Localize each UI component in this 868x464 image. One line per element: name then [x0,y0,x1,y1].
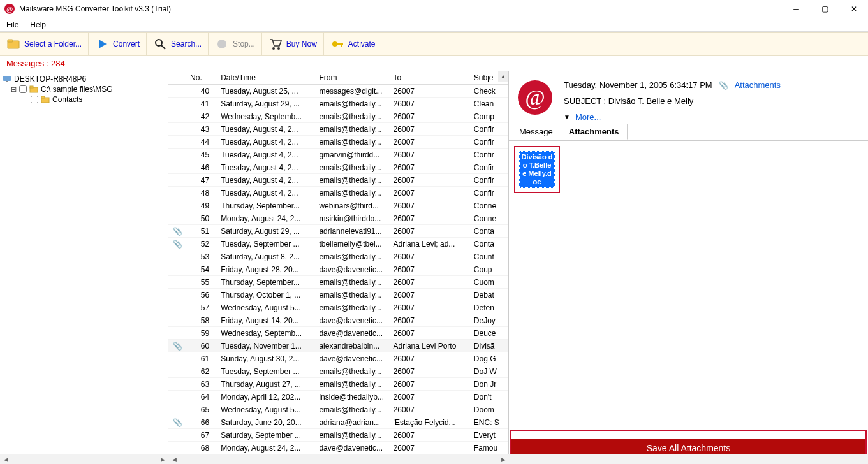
chevron-down-icon[interactable]: ▼ [564,113,570,120]
stop-button[interactable]: Stop... [209,33,262,55]
tab-message[interactable]: Message [511,124,561,140]
table-row[interactable]: 65Wednesday, August 5...emails@thedaily.… [168,403,508,416]
table-row[interactable]: 62Tuesday, September ...emails@thedaily.… [168,365,508,378]
from-cell: emails@thedaily... [315,289,389,301]
subject-cell: Confir [470,187,508,199]
activate-button[interactable]: Activate [324,33,382,55]
close-button[interactable]: ✕ [839,0,868,18]
col-attachment[interactable] [168,71,186,85]
to-cell: 26007 [390,391,470,403]
table-row[interactable]: 67Saturday, September ...emails@thedaily… [168,429,508,442]
message-table: No. Date/Time From To Subje 40Tuesday, A… [168,71,508,454]
table-row[interactable]: 44Tuesday, August 4, 2...emails@thedaily… [168,136,508,149]
subject-cell: Dog G [470,352,508,365]
col-no[interactable]: No. [186,71,217,85]
no-cell: 58 [186,314,217,327]
scroll-left-button[interactable]: ◀ [168,454,180,464]
table-row[interactable]: 58Friday, August 14, 20...dave@davenetic… [168,314,508,327]
datetime-cell: Saturday, August 29, ... [217,98,315,110]
datetime-cell: Tuesday, August 25, ... [217,85,315,98]
tree-checkbox[interactable] [31,96,38,103]
attachment-item[interactable]: Divisão do T.Belle e Melly.doc [519,151,555,188]
table-row[interactable]: 41Saturday, August 29, ...emails@thedail… [168,98,508,110]
titlebar: @ Mailsware MSG Converter Toolkit v3.3 (… [0,0,868,18]
more-link[interactable]: More... [575,112,601,122]
minimize-button[interactable]: ─ [782,0,811,18]
svg-rect-14 [6,81,8,82]
subject-cell: Divisã [470,340,508,352]
table-row[interactable]: 📎51Saturday, August 29, ...adriannelevat… [168,225,508,238]
scroll-right-button[interactable]: ▶ [497,454,509,464]
table-row[interactable]: 53Saturday, August 8, 2...emails@thedail… [168,250,508,263]
menu-file[interactable]: File [6,20,18,29]
datetime-cell: Friday, August 28, 20... [217,263,315,276]
table-row[interactable]: 48Tuesday, August 4, 2...emails@thedaily… [168,187,508,199]
table-row[interactable]: 📎66Saturday, June 20, 20...adriana@adria… [168,416,508,429]
menu-help[interactable]: Help [30,20,46,29]
buy-now-button[interactable]: Buy Now [262,33,324,55]
attachment-cell [168,187,186,199]
tree-checkbox[interactable] [19,85,27,93]
attachments-link[interactable]: Attachments [735,80,781,90]
col-from[interactable]: From [315,71,389,85]
select-folder-button[interactable]: Select a Folder... [0,33,89,55]
datetime-cell: Tuesday, August 4, 2... [217,174,315,187]
scroll-left-button[interactable]: ◀ [0,454,11,464]
to-cell: 26007 [390,123,470,136]
no-cell: 42 [186,110,217,123]
datetime-cell: Monday, April 12, 202... [217,391,315,403]
tree-root[interactable]: DESKTOP-R8R48P6 [0,74,168,84]
from-cell: emails@thedaily... [315,174,389,187]
table-row[interactable]: 46Tuesday, August 4, 2...emails@thedaily… [168,161,508,174]
table-row[interactable]: 63Thursday, August 27, ...emails@thedail… [168,378,508,391]
table-row[interactable]: 57Wednesday, August 5...emails@thedaily.… [168,301,508,314]
search-button[interactable]: Search... [147,33,209,55]
to-cell: 26007 [390,301,470,314]
table-row[interactable]: 59Wednesday, Septemb...dave@davenetic...… [168,327,508,340]
maximize-button[interactable]: ▢ [811,0,839,18]
scroll-up-button[interactable]: ▲ [498,71,508,82]
subject-cell: Famou [470,442,508,454]
scroll-right-button[interactable]: ▶ [157,454,168,464]
tree-toggle-icon[interactable]: ⊟ [10,85,17,94]
tree-drive[interactable]: ⊟ C:\ sample files\MSG [0,84,168,94]
col-datetime[interactable]: Date/Time [217,71,315,85]
datetime-cell: Wednesday, August 5... [217,301,315,314]
subject-cell: Confir [470,123,508,136]
message-list-panel: ▲ No. Date/Time From To Subje 40Tuesday,… [168,71,509,461]
table-row[interactable]: 47Tuesday, August 4, 2...emails@thedaily… [168,174,508,187]
from-cell: emails@thedaily... [315,429,389,442]
table-row[interactable]: 40Tuesday, August 25, ...messages@digit.… [168,85,508,98]
subject-cell: Debat [470,289,508,301]
table-row[interactable]: 55Thursday, September...emails@thedaily.… [168,276,508,289]
no-cell: 60 [186,340,217,352]
attachment-cell [168,149,186,161]
table-row[interactable]: 49Thursday, September...webinars@third..… [168,199,508,212]
from-cell: emails@thedaily... [315,276,389,289]
tab-attachments[interactable]: Attachments [561,124,628,140]
table-row[interactable]: 56Thursday, October 1, ...emails@thedail… [168,289,508,301]
table-row[interactable]: 50Monday, August 24, 2...msirkin@thirddo… [168,212,508,225]
table-row[interactable]: 68Monday, August 24, 2...dave@davenetic.… [168,442,508,454]
tree-contacts[interactable]: Contacts [0,94,168,105]
no-cell: 55 [186,276,217,289]
datetime-cell: Friday, August 14, 20... [217,314,315,327]
no-cell: 47 [186,174,217,187]
table-row[interactable]: 64Monday, April 12, 202...inside@thedail… [168,391,508,403]
attachments-body: Divisão do T.Belle e Melly.doc [509,141,868,430]
no-cell: 49 [186,199,217,212]
table-row[interactable]: 43Tuesday, August 4, 2...emails@thedaily… [168,123,508,136]
col-to[interactable]: To [390,71,470,85]
table-row[interactable]: 54Friday, August 28, 20...dave@davenetic… [168,263,508,276]
convert-button[interactable]: Convert [89,33,147,55]
table-row[interactable]: 42Wednesday, Septemb...emails@thedaily..… [168,110,508,123]
table-row[interactable]: 📎60Tuesday, November 1...alexandrebalbin… [168,340,508,352]
subject-cell: Don't [470,391,508,403]
subject-cell: Everyt [470,429,508,442]
attachment-cell [168,378,186,391]
attachment-cell [168,123,186,136]
from-cell: emails@thedaily... [315,250,389,263]
table-row[interactable]: 61Sunday, August 30, 2...dave@davenetic.… [168,352,508,365]
table-row[interactable]: 📎52Tuesday, September ...tbellemelly@tbe… [168,238,508,250]
table-row[interactable]: 45Tuesday, August 4, 2...gmarvin@thirdd.… [168,149,508,161]
